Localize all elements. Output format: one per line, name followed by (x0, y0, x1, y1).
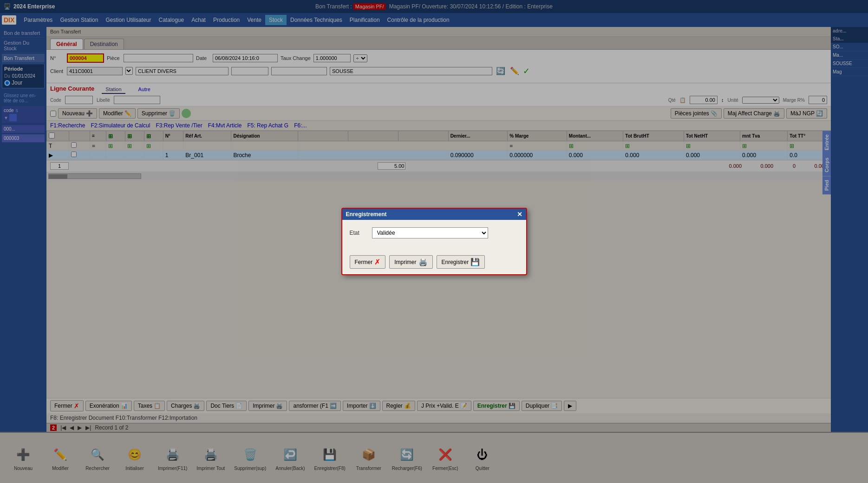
modal-fermer-icon: ✗ (374, 258, 380, 266)
modal-etat-row: Etat Validée En cours Annulée (350, 227, 519, 238)
modal-enregistrer-icon: 💾 (470, 258, 480, 266)
modal-buttons: Fermer ✗ Imprimer 🖨️ Enregistrer 💾 (342, 251, 526, 274)
modal-enregistrer-button[interactable]: Enregistrer 💾 (437, 255, 485, 269)
modal-fermer-button[interactable]: Fermer ✗ (350, 255, 386, 269)
modal-title-bar: Enregistrement ✕ (342, 209, 526, 220)
modal-overlay[interactable]: Enregistrement ✕ Etat Validée En cours A… (0, 0, 868, 483)
modal-etat-select[interactable]: Validée En cours Annulée (372, 227, 488, 238)
modal-imprimer-icon: 🖨️ (418, 258, 428, 266)
modal-enregistrer-label: Enregistrer (442, 259, 469, 265)
enregistrement-modal: Enregistrement ✕ Etat Validée En cours A… (341, 208, 527, 275)
modal-fermer-label: Fermer (355, 259, 373, 265)
modal-body: Etat Validée En cours Annulée (342, 220, 526, 251)
modal-imprimer-button[interactable]: Imprimer 🖨️ (389, 255, 432, 269)
modal-etat-label: Etat (350, 230, 368, 236)
modal-title-text: Enregistrement (346, 211, 387, 218)
modal-close-button[interactable]: ✕ (517, 211, 522, 218)
modal-imprimer-label: Imprimer (394, 259, 416, 265)
